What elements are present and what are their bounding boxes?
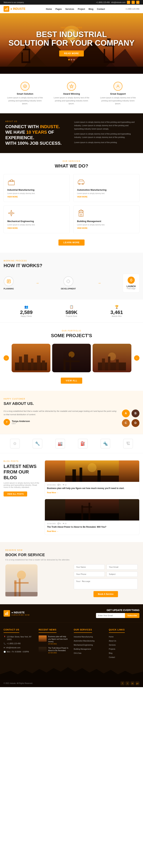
testimonial-author: T Tonya Anderson CEO <box>4 419 117 425</box>
footer-links-title: QUICK LINKS <box>109 628 125 633</box>
top-bar: Welcome to our company. +1 (800) 123-456… <box>0 0 143 5</box>
partner-2: 🔧 <box>32 439 42 448</box>
logo-text: ● INDUSTE <box>10 7 25 10</box>
svg-rect-25 <box>8 181 15 185</box>
projects-view-all-button[interactable]: VIEW ALL <box>61 378 82 384</box>
booking-name-input[interactable] <box>74 564 105 570</box>
footer-googleplus-icon[interactable]: g+ <box>136 681 139 685</box>
nav-item-project[interactable]: Project <box>78 7 85 10</box>
mechanical-icon <box>7 209 16 218</box>
nav-item-home[interactable]: Home <box>46 7 52 10</box>
nav-item-services[interactable]: Services <box>66 7 74 10</box>
service-3-link[interactable]: VIEW MORE <box>7 227 18 229</box>
social-instagram-icon[interactable]: in <box>136 1 139 4</box>
stat-clients-label: Happy Clients <box>20 315 32 317</box>
svg-marker-85 <box>0 667 143 680</box>
partner-5: 🔩 <box>100 439 110 448</box>
footer-link-blog: Blog <box>109 652 139 654</box>
projects-prev-button[interactable]: ‹ <box>4 355 9 361</box>
projects-next-button[interactable]: › <box>134 355 139 361</box>
how-works-section: WORKING PROCESS HOW IT WORKS? PLANNING →… <box>0 253 143 300</box>
copyright-text: © 2021 Induste. All Rights Reserved. <box>4 682 33 684</box>
booking-form: Book A Service <box>74 564 138 597</box>
top-bar-text: Welcome to our company. <box>4 1 24 3</box>
nav-item-contact[interactable]: Contact <box>97 7 105 10</box>
step-planning-label: PLANNING <box>4 288 14 290</box>
footer-silhouette <box>0 665 143 680</box>
newsletter-subscribe-button[interactable]: Subscribe <box>125 613 139 618</box>
booking-tag: RESERVE NOW <box>5 549 138 551</box>
footer-facebook-icon[interactable]: f <box>120 681 124 685</box>
footer-link-contact: Contact <box>109 656 139 659</box>
nav-item-blog[interactable]: Blog <box>89 7 94 10</box>
svg-point-34 <box>11 213 12 214</box>
hero-cta-button[interactable]: READ MORE <box>59 51 84 57</box>
footer-subscribe-tag: SUBSCRIBE NOW <box>11 614 30 616</box>
blog-post-1-image <box>45 461 139 482</box>
nav-item-pages[interactable]: Pages <box>55 7 62 10</box>
svg-rect-0 <box>5 9 5 10</box>
testi-avatar-icon-4: D <box>132 419 139 427</box>
booking-illustration <box>5 564 69 597</box>
newsletter-input[interactable] <box>96 613 125 618</box>
footer-news-2: The Truth About Power Is About to Be Rev… <box>39 647 69 654</box>
service-2-link[interactable]: VIEW MORE <box>77 196 88 198</box>
feature-great-support: Great Support Lorem ipsum is simply dumm… <box>97 79 139 108</box>
booking-phone-input[interactable] <box>74 571 105 577</box>
footer-links-col: QUICK LINKS Home About Us Services Proje… <box>109 628 139 660</box>
footer-twitter-icon[interactable]: t <box>125 681 129 685</box>
blog-post-1: 15 Oct 2021 💬 5 ❤ 12 Business plan will … <box>45 460 139 496</box>
testi-avatar-1: A <box>122 409 130 417</box>
blog-post-2-comments: 💬 8 <box>57 523 61 524</box>
testimonials-section: HAPPY CUSTOMER SAY ABOUT US. It is a lon… <box>0 391 143 434</box>
projects-grid: ‹ <box>4 344 139 372</box>
service-1-link[interactable]: VIEW MORE <box>7 196 18 198</box>
booking-subject-input[interactable] <box>106 571 138 577</box>
email-text: info@induste.com <box>111 1 125 3</box>
hero-dot-2[interactable] <box>71 59 72 60</box>
blog-post-2-read-more[interactable]: Read More → <box>47 530 58 532</box>
projects-section: OUR PORTFOLIO SOME PROJECT'S ‹ <box>0 323 143 391</box>
phone-icon: 📞 <box>4 642 6 645</box>
footer-linkedin-icon[interactable]: in <box>130 681 135 685</box>
booking-message-input[interactable] <box>74 579 138 589</box>
footer-bottom: © 2021 Induste. All Rights Reserved. f t… <box>0 680 143 687</box>
footer-services-title: OUR SERVICES <box>74 628 92 633</box>
about-text-1: Lorem ipsum is simply dummy text of the … <box>74 120 138 130</box>
footer-news-1-title: Business plan will help you figure out h… <box>48 636 69 643</box>
services-learn-more-button[interactable]: LEARN MORE <box>58 240 85 246</box>
services-title: WHAT WE DO? <box>4 163 139 169</box>
svg-point-66 <box>88 463 97 472</box>
blog-post-2-meta: 22 Oct 2021 💬 8 ❤ 20 <box>47 523 137 524</box>
blog-post-1-read-more[interactable]: Read More → <box>47 492 58 494</box>
service-4-link[interactable]: VIEW MORE <box>77 227 88 229</box>
newsletter-area: GET UPDATE EVERYTHING Subscribe <box>96 609 139 618</box>
features-section: Smart Solution Lorem ipsum is simply dum… <box>0 74 143 113</box>
blog-view-all-button[interactable]: VIEW ALL POSTS <box>4 492 27 496</box>
booking-email-input[interactable] <box>106 564 138 570</box>
step-planning: PLANNING <box>4 276 14 290</box>
location-icon: 📍 <box>4 636 6 638</box>
logo[interactable]: ● INDUSTE <box>4 6 25 12</box>
how-works-content: PLANNING → DEVELOPMENT → LAUNCH Final st… <box>4 274 139 292</box>
project-image-3 <box>93 344 132 372</box>
feature-3-text: Lorem ipsum is simply dummy text of the … <box>98 96 138 105</box>
blog-post-2-date: 22 Oct 2021 <box>47 523 56 524</box>
svg-rect-84 <box>7 612 8 615</box>
footer-service-3: Mechanical Engineering <box>74 644 104 646</box>
footer-news-1-image <box>39 636 47 642</box>
booking-desc: It is a long established fact that a rea… <box>5 559 138 561</box>
svg-rect-36 <box>80 214 82 216</box>
svg-rect-69 <box>79 468 82 482</box>
hero-dot-1[interactable] <box>68 59 70 60</box>
project-1-bg <box>11 344 50 372</box>
svg-rect-76 <box>5 564 38 596</box>
about-tag: ABOUT US <box>5 120 69 122</box>
partner-3: 🏭 <box>55 439 65 448</box>
social-twitter-icon[interactable]: t <box>132 1 135 4</box>
social-facebook-icon[interactable]: f <box>127 1 130 4</box>
hero-dot-3[interactable] <box>73 59 75 60</box>
booking-submit-button[interactable]: Book A Service <box>94 591 118 597</box>
blog-post-1-likes: ❤ 12 <box>63 484 67 486</box>
launch-icon <box>128 277 135 284</box>
